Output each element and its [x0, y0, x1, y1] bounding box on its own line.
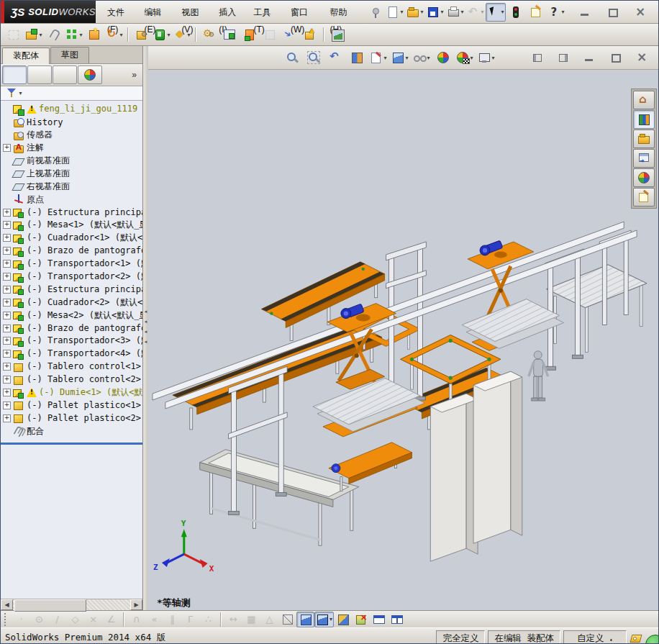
minimize-button[interactable]	[579, 48, 599, 67]
explode-sketch-button[interactable]	[260, 25, 280, 44]
sketch-chamfer-button[interactable]: ∠	[102, 612, 120, 627]
scroll-right-button[interactable]: ▶	[130, 599, 142, 610]
scene-sphere-button[interactable]: ▾	[455, 48, 475, 67]
scrollbar-thumb[interactable]	[14, 599, 86, 612]
dimension-button[interactable]: ↔	[224, 612, 242, 627]
tree-row-4[interactable]: 前视基准面	[1, 155, 142, 168]
sketch-mirror-button[interactable]: «	[145, 612, 163, 627]
smart-fastener-button[interactable]: ▾	[64, 25, 84, 44]
undo-button[interactable]: ▾	[465, 3, 486, 22]
dropdown-caret-icon[interactable]: ▾	[491, 55, 494, 61]
mgr-config-button[interactable]	[53, 65, 77, 84]
mgr-props-button[interactable]	[27, 65, 52, 84]
panel-horizontal-scrollbar[interactable]: ◀ ▶	[1, 599, 142, 610]
dropdown-caret-icon[interactable]: ▾	[501, 9, 504, 15]
panel-splitter[interactable]: ◂◂◂◂	[143, 46, 148, 610]
panel-expand-button[interactable]: »	[132, 70, 141, 80]
tree-expander[interactable]: +	[3, 260, 11, 268]
sketch-points-button[interactable]: ∴	[199, 612, 217, 627]
dropdown-caret-icon[interactable]: ▾	[427, 55, 430, 61]
tree-expander[interactable]: +	[3, 286, 11, 294]
tree-expander[interactable]: +	[3, 312, 11, 319]
assembly-feature-button[interactable]	[84, 25, 104, 44]
menu-item-4[interactable]: 工具(T)	[247, 4, 283, 21]
appearance-sphere-button[interactable]	[78, 65, 102, 84]
section-colored-button[interactable]	[334, 612, 352, 627]
print-button[interactable]: ▾	[445, 3, 465, 22]
tree-row-1[interactable]: History	[1, 116, 142, 129]
dropdown-caret-icon[interactable]: ▾	[167, 32, 170, 38]
dropdown-caret-icon[interactable]: ▾	[481, 9, 483, 15]
exploded-view-button[interactable]	[240, 25, 260, 44]
graphics-area[interactable]: Y X Z *等轴测	[148, 70, 658, 610]
file-explorer-button[interactable]	[633, 130, 655, 148]
tree-expander[interactable]: +	[3, 402, 11, 409]
minimize-button[interactable]	[575, 3, 595, 22]
tree-row-17[interactable]: +(-) Brazo de pantografo<2> (默认<默认_显示状态-…	[1, 322, 142, 335]
status-custom[interactable]: 自定义 ▴	[563, 630, 627, 644]
pane-left-button[interactable]	[527, 48, 547, 67]
menu-item-0[interactable]: 文件(F)	[100, 4, 137, 21]
dropdown-caret-icon[interactable]: ▾	[440, 9, 443, 15]
tree-row-23[interactable]: +(-) Pallet plastico<1> (默认<默认_显示状态-1>)	[1, 399, 142, 412]
sketch-arc-button[interactable]: ∩	[127, 612, 145, 627]
dropdown-caret-icon[interactable]: ▾	[187, 32, 190, 38]
restore-button[interactable]	[602, 3, 622, 22]
rotate-component-button[interactable]: ▾	[104, 25, 124, 44]
tree-row-6[interactable]: 右视基准面	[1, 180, 142, 193]
dropdown-caret-icon[interactable]: ▾	[19, 90, 22, 96]
splitter-collapse-handle[interactable]: ◂◂◂◂	[143, 309, 148, 345]
tree-expander[interactable]: +	[3, 234, 11, 242]
tree-expander[interactable]: +	[3, 363, 11, 371]
tree-row-15[interactable]: +(-) Cuadrador<2> (默认<默认_显示状态-1>)	[1, 296, 142, 309]
tree-expander[interactable]: +	[3, 221, 11, 229]
tree-row-19[interactable]: +(-) Transportador<4> (默认<默认_显示状态-1>)	[1, 348, 142, 360]
rebuild-traffic-button[interactable]	[506, 3, 526, 22]
tree-row-24[interactable]: +(-) Pallet plastico<2> (默认<默认_显示状态-1>)	[1, 412, 142, 425]
command-tab-0[interactable]: 装配体	[2, 47, 50, 64]
dropdown-caret-icon[interactable]: ▾	[400, 9, 403, 15]
view-settings-button[interactable]: ▾	[476, 48, 496, 67]
tree-row-0[interactable]: feng_li_ji_gou_1119 (默认<显示状态-1>)	[1, 103, 142, 116]
tree-row-22[interactable]: +(-) Dumie<1> (默认<默认_显示状态-1>)	[1, 386, 142, 399]
dropdown-caret-icon[interactable]: ▾	[470, 55, 473, 61]
tree-row-5[interactable]: 上视基准面	[1, 167, 142, 180]
sketch-circle-button[interactable]: ⊙	[30, 612, 48, 627]
interference-check-button[interactable]	[352, 612, 370, 627]
measure-angle-button[interactable]: △	[260, 612, 278, 627]
tree-row-20[interactable]: +(-) Tablero control<1> (默认<默认_显示状态-1>)	[1, 360, 142, 373]
options-note-button[interactable]	[526, 3, 546, 22]
menu-item-1[interactable]: 编辑(E)	[137, 4, 174, 21]
ghost-part-button[interactable]	[4, 25, 24, 44]
pin-button[interactable]	[365, 3, 385, 22]
tree-row-18[interactable]: +(-) Transportador<3> (默认<默认_显示状态-1>)	[1, 335, 142, 348]
tree-row-7[interactable]: 原点	[1, 193, 142, 206]
sketch-line-button[interactable]: /	[48, 612, 66, 627]
scrollbar-track[interactable]	[13, 599, 130, 610]
restore-button[interactable]	[605, 48, 625, 67]
tree-row-11[interactable]: +(-) Brazo de pantografo<1> (默认<默认_显示状态-…	[1, 245, 142, 258]
tree-row-9[interactable]: +(-) Mesa<1> (默认<默认_显示状态-1>)	[1, 219, 142, 232]
design-library-button[interactable]	[633, 110, 655, 129]
filter-button[interactable]: ▾	[4, 84, 24, 103]
tree-row-8[interactable]: +(-) Estructura principal<1> (默认<默认_显示状态…	[1, 206, 142, 219]
photo-view-button[interactable]	[327, 25, 347, 44]
menu-item-6[interactable]: 帮助(H)	[323, 4, 360, 21]
help-button[interactable]: ▾	[546, 3, 566, 22]
shaded-edges-cube-button[interactable]: ▾	[314, 612, 334, 627]
tree-row-3[interactable]: +注解	[1, 142, 142, 155]
sketch-point-button[interactable]: ·	[12, 612, 30, 627]
wireframe-cube-button[interactable]	[278, 612, 296, 627]
close-button[interactable]	[630, 3, 650, 22]
component-props-button[interactable]	[132, 25, 152, 44]
grid-button[interactable]: ▦	[242, 612, 260, 627]
view-cube-button[interactable]: ▾	[390, 48, 410, 67]
scroll-left-button[interactable]: ◀	[1, 599, 13, 610]
tree-row-13[interactable]: +(-) Transportador<2> (默认<默认_显示状态-1>)	[1, 271, 142, 284]
appearance-sphere-button[interactable]	[633, 168, 655, 187]
mate-clip-button[interactable]	[44, 25, 64, 44]
dropdown-caret-icon[interactable]: ▾	[330, 616, 332, 622]
tree-expander[interactable]: +	[3, 299, 11, 307]
pane-right-button[interactable]	[553, 48, 573, 67]
dropdown-caret-icon[interactable]: ▾	[460, 9, 463, 15]
